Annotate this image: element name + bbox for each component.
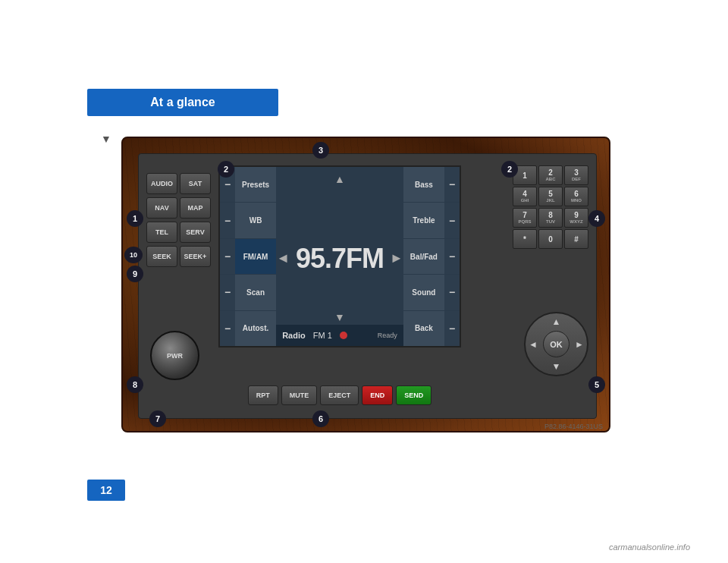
wb-minus[interactable]: − bbox=[220, 203, 235, 237]
callout-9: 9 bbox=[127, 266, 143, 282]
key-hash[interactable]: # bbox=[564, 229, 588, 249]
nav-ok-button[interactable]: OK bbox=[543, 331, 570, 357]
key-4[interactable]: 4GHI bbox=[513, 187, 537, 206]
eject-button[interactable]: EJECT bbox=[320, 385, 359, 405]
key-9[interactable]: 9WXYZ bbox=[564, 208, 588, 228]
key-3[interactable]: 3DEF bbox=[564, 165, 588, 185]
callout-10: 10 bbox=[124, 247, 143, 263]
sat-button[interactable]: SAT bbox=[180, 173, 211, 194]
numpad-row-2: 4GHI 5JKL 6MNO bbox=[513, 187, 588, 206]
freq-left-arrow[interactable]: ◄ bbox=[276, 250, 290, 266]
treble-button[interactable]: Treble − bbox=[403, 203, 460, 238]
scan-minus[interactable]: − bbox=[220, 275, 235, 310]
nav-left-arrow[interactable]: ◄ bbox=[529, 339, 538, 350]
treble-label: Treble bbox=[403, 216, 444, 225]
serv-button[interactable]: SERV bbox=[180, 222, 211, 243]
key-0[interactable]: 0 bbox=[538, 229, 563, 249]
bass-plus[interactable]: − bbox=[444, 167, 460, 202]
sound-plus[interactable]: − bbox=[444, 275, 460, 310]
key-5[interactable]: 5JKL bbox=[538, 187, 563, 206]
map-button[interactable]: MAP bbox=[180, 197, 211, 219]
freq-down-arrow[interactable]: ▼ bbox=[334, 311, 345, 323]
nav-right-arrow[interactable]: ► bbox=[575, 339, 584, 350]
callout-2-left: 2 bbox=[218, 161, 234, 178]
display-screen: − Presets − WB − FM/AM − bbox=[218, 165, 461, 348]
wb-label: WB bbox=[235, 216, 276, 225]
callout-4: 4 bbox=[588, 210, 605, 227]
section-header: At a glance bbox=[87, 89, 278, 116]
nav-button[interactable]: NAV bbox=[146, 197, 177, 219]
frequency-display: 95.7FM bbox=[296, 243, 384, 275]
tel-button[interactable]: TEL bbox=[146, 222, 177, 243]
page-number-badge: 12 bbox=[87, 480, 125, 501]
autost-label: Autost. bbox=[235, 324, 276, 332]
nav-circle: ▲ ▼ ◄ ► OK bbox=[524, 312, 588, 376]
fmam-label: FM/AM bbox=[235, 253, 276, 261]
back-button[interactable]: Back − bbox=[403, 311, 460, 346]
btn-row-3: TEL SERV bbox=[146, 222, 211, 243]
balfad-label: Bal/Fad bbox=[403, 253, 444, 261]
freq-control-row: ◄ 95.7FM ► bbox=[276, 243, 403, 275]
nav-up-arrow[interactable]: ▲ bbox=[552, 316, 561, 327]
back-plus[interactable]: − bbox=[444, 311, 460, 346]
freq-right-arrow[interactable]: ► bbox=[390, 250, 403, 266]
seek-button[interactable]: SEEK bbox=[146, 246, 177, 267]
freq-up-arrow[interactable]: ▲ bbox=[334, 173, 345, 185]
navigation-pad: ▲ ▼ ◄ ► OK bbox=[524, 312, 588, 376]
key-8[interactable]: 8TUV bbox=[538, 208, 563, 228]
rpt-button[interactable]: RPT bbox=[248, 385, 278, 405]
key-star[interactable]: * bbox=[513, 229, 537, 249]
fmam-button[interactable]: − FM/AM bbox=[220, 239, 276, 275]
scan-button[interactable]: − Scan bbox=[220, 275, 276, 310]
audio-button[interactable]: AUDIO bbox=[146, 173, 177, 194]
band-display: FM 1 bbox=[313, 331, 332, 340]
power-volume-knob[interactable]: PWR bbox=[150, 331, 199, 380]
key-6[interactable]: 6MNO bbox=[564, 187, 588, 206]
sound-button[interactable]: Sound − bbox=[403, 275, 460, 310]
callout-1: 1 bbox=[127, 210, 143, 227]
pwr-label: PWR bbox=[167, 352, 183, 360]
bass-label: Bass bbox=[403, 181, 444, 189]
wb-button[interactable]: − WB bbox=[220, 203, 276, 238]
radio-unit: AUDIO SAT NAV MAP TEL SERV SEEK SEEK+ bbox=[121, 137, 610, 432]
end-button[interactable]: END bbox=[362, 385, 393, 405]
mute-button[interactable]: MUTE bbox=[281, 385, 318, 405]
autost-minus[interactable]: − bbox=[220, 311, 235, 346]
recording-indicator bbox=[340, 332, 347, 339]
numeric-keypad: 1 2ABC 3DEF 4GHI 5JKL 6MNO 7PQRS 8TUV 9W… bbox=[513, 165, 588, 250]
btn-row-1: AUDIO SAT bbox=[146, 173, 211, 194]
station-type: Radio bbox=[282, 331, 306, 340]
callout-3: 3 bbox=[312, 142, 329, 159]
balfad-button[interactable]: Bal/Fad − bbox=[403, 239, 460, 275]
image-watermark: P82.86-4146-31US bbox=[544, 423, 603, 430]
site-url: carmanualsonline.info bbox=[609, 543, 690, 552]
nav-down-arrow[interactable]: ▼ bbox=[552, 361, 561, 372]
seek-plus-button[interactable]: SEEK+ bbox=[180, 246, 211, 267]
treble-plus[interactable]: − bbox=[444, 203, 460, 237]
btn-row-2: NAV MAP bbox=[146, 197, 211, 219]
back-label: Back bbox=[403, 324, 444, 332]
btn-row-4: SEEK SEEK+ bbox=[146, 246, 211, 267]
callout-5: 5 bbox=[588, 376, 605, 393]
send-button[interactable]: SEND bbox=[396, 385, 431, 405]
callout-8: 8 bbox=[127, 376, 143, 393]
callout-2-right: 2 bbox=[501, 161, 518, 178]
autost-button[interactable]: − Autost. bbox=[220, 311, 276, 346]
ready-status: Ready bbox=[378, 332, 397, 339]
key-7[interactable]: 7PQRS bbox=[513, 208, 537, 228]
callout-7: 7 bbox=[149, 410, 166, 427]
presets-label: Presets bbox=[235, 181, 276, 189]
status-bar: Radio FM 1 Ready bbox=[276, 325, 403, 346]
numpad-row-1: 1 2ABC 3DEF bbox=[513, 165, 588, 185]
section-title: At a glance bbox=[150, 96, 215, 109]
fmam-minus[interactable]: − bbox=[220, 239, 235, 274]
menu-left-panel: − Presets − WB − FM/AM − bbox=[220, 167, 276, 346]
key-2[interactable]: 2ABC bbox=[538, 165, 563, 185]
screen-menu: − Presets − WB − FM/AM − bbox=[220, 167, 460, 346]
menu-right-panel: Bass − Treble − Bal/Fad − Sound bbox=[403, 167, 460, 346]
bass-button[interactable]: Bass − bbox=[403, 167, 460, 203]
section-arrow: ▼ bbox=[101, 133, 111, 145]
balfad-plus[interactable]: − bbox=[444, 239, 460, 274]
numpad-row-4: * 0 # bbox=[513, 229, 588, 249]
sound-label: Sound bbox=[403, 288, 444, 297]
